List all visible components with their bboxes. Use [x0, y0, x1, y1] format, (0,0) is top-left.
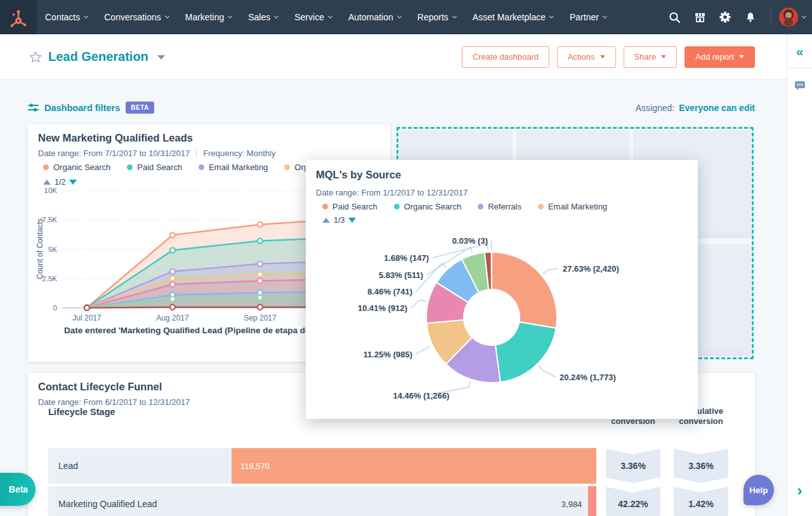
forward-chevron-icon[interactable]: › [787, 482, 812, 499]
data-point[interactable] [258, 305, 263, 310]
assigned-value-link[interactable]: Everyone can edit [679, 103, 755, 113]
legend-item[interactable]: Organic Search [394, 202, 461, 211]
conversion-badge: 42.22% [606, 487, 660, 516]
dashboard-filters-label: Dashboard filters [44, 103, 120, 113]
data-point[interactable] [170, 276, 175, 281]
nav-item-contacts[interactable]: Contacts [37, 0, 96, 34]
legend-item[interactable]: Paid Search [127, 162, 182, 172]
notifications-icon[interactable] [738, 0, 763, 34]
legend-item[interactable]: Paid Search [322, 202, 377, 211]
help-button[interactable]: Help [743, 475, 774, 505]
data-point[interactable] [170, 282, 175, 287]
data-point[interactable] [258, 239, 263, 244]
collapse-sidebar-button[interactable]: « [787, 34, 812, 69]
data-point[interactable] [258, 290, 263, 295]
label-leader-line [539, 366, 556, 377]
dashboard-filters-toggle[interactable]: Dashboard filters BETA [28, 102, 154, 114]
pager-down-icon[interactable] [69, 180, 77, 185]
nav-item-automation[interactable]: Automation [340, 0, 409, 34]
pager-up-icon[interactable] [43, 180, 51, 185]
pager-down-icon[interactable] [348, 218, 356, 223]
legend-item[interactable]: Organic Search [43, 162, 110, 172]
avatar [779, 8, 798, 27]
data-point[interactable] [170, 248, 175, 253]
label-leader-line [543, 268, 559, 274]
stage-value: 3,984 [561, 499, 582, 509]
add-report-button[interactable]: Add report [684, 46, 755, 68]
y-tick-label: 0 [53, 304, 57, 312]
stage-label: Marketing Qualified Lead [58, 499, 157, 509]
pie-slice[interactable] [492, 252, 557, 328]
favorite-star-icon[interactable] [29, 51, 42, 63]
right-sidebar: « › [787, 34, 812, 516]
nav-item-sales[interactable]: Sales [240, 0, 286, 34]
legend-item[interactable]: Email Marketing [538, 202, 607, 211]
comment-icon[interactable] [787, 69, 812, 103]
chevron-down-icon [274, 14, 278, 18]
slice-label: 5.83% (511) [379, 270, 423, 280]
chevron-down-icon [328, 14, 332, 18]
funnel-row: Marketing Qualified Lead3,98442.22%1.42% [48, 486, 755, 516]
title-dropdown-icon[interactable] [157, 55, 165, 60]
legend-dot-icon [322, 204, 328, 209]
account-menu[interactable] [779, 8, 806, 27]
data-point[interactable] [170, 269, 175, 274]
legend-dot-icon [43, 164, 49, 170]
page-header: Lead Generation Create dashboard Actions… [0, 34, 787, 80]
stage-column-header: Lifecycle Stage [48, 407, 115, 417]
actions-button[interactable]: Actions [557, 46, 616, 68]
legend-item[interactable]: Referrals [478, 202, 521, 211]
data-point[interactable] [258, 261, 263, 267]
date-range: Date range: From 7/1/2017 to 10/31/2017 [38, 149, 190, 158]
meta-divider [196, 149, 197, 157]
x-tick-label: Aug 2017 [156, 314, 189, 322]
pager-up-icon[interactable] [322, 218, 330, 223]
nav-item-service[interactable]: Service [286, 0, 340, 34]
legend-item[interactable]: Email Marketing [199, 162, 268, 172]
page-title: Lead Generation [48, 50, 148, 64]
y-tick-label: 5K [48, 246, 57, 253]
data-point[interactable] [170, 296, 175, 301]
search-icon[interactable] [662, 0, 687, 34]
data-point[interactable] [258, 272, 263, 277]
data-point[interactable] [170, 232, 175, 237]
bar-track: 3,984 [232, 486, 596, 516]
marketplace-icon[interactable] [687, 0, 712, 34]
data-point[interactable] [258, 295, 263, 300]
slice-label: 0.03% (3) [452, 236, 488, 246]
pie-slice[interactable] [495, 322, 556, 382]
nav-item-marketing[interactable]: Marketing [177, 0, 240, 34]
legend-pager: 1/3 [322, 216, 356, 225]
hubspot-logo[interactable] [0, 0, 37, 34]
share-button[interactable]: Share [624, 46, 678, 68]
funnel-bar[interactable]: 118,570 [232, 448, 596, 484]
chevron-down-icon [802, 14, 806, 18]
nav-item-asset-marketplace[interactable]: Asset Marketplace [464, 0, 561, 34]
data-point[interactable] [170, 305, 175, 310]
beta-pill-button[interactable]: Beta [0, 473, 36, 506]
bar-track: 118,570 [232, 448, 596, 484]
create-dashboard-button[interactable]: Create dashboard [462, 46, 549, 68]
chevron-down-icon [165, 14, 169, 18]
slice-label: 10.41% (912) [358, 303, 407, 313]
cumulative-conversion-badge: 3.36% [674, 449, 728, 483]
frequency: Frequency: Monthly [203, 149, 275, 158]
stage-label: Lead [58, 461, 78, 471]
nav-item-reports[interactable]: Reports [409, 0, 464, 34]
chevron-down-icon [84, 14, 88, 18]
data-point[interactable] [258, 222, 263, 227]
nav-item-conversations[interactable]: Conversations [96, 0, 177, 34]
chevron-down-icon [228, 14, 232, 18]
x-tick-label: Jul 2017 [72, 314, 102, 322]
data-point[interactable] [84, 305, 89, 310]
slice-label: 1.68% (147) [384, 253, 429, 263]
report-card-mql-by-source: MQL's by Source Date range: From 1/1/201… [306, 160, 698, 419]
settings-icon[interactable] [712, 0, 738, 34]
report-title: New Marketing Qualified Leads [38, 132, 193, 144]
filters-row: Dashboard filters BETA Assigned: Everyon… [28, 102, 755, 114]
legend-dot-icon [394, 204, 400, 209]
nav-item-partner[interactable]: Partner [561, 0, 615, 34]
data-point[interactable] [258, 278, 263, 283]
slice-label: 8.46% (741) [367, 287, 412, 296]
funnel-bar[interactable] [588, 486, 596, 516]
